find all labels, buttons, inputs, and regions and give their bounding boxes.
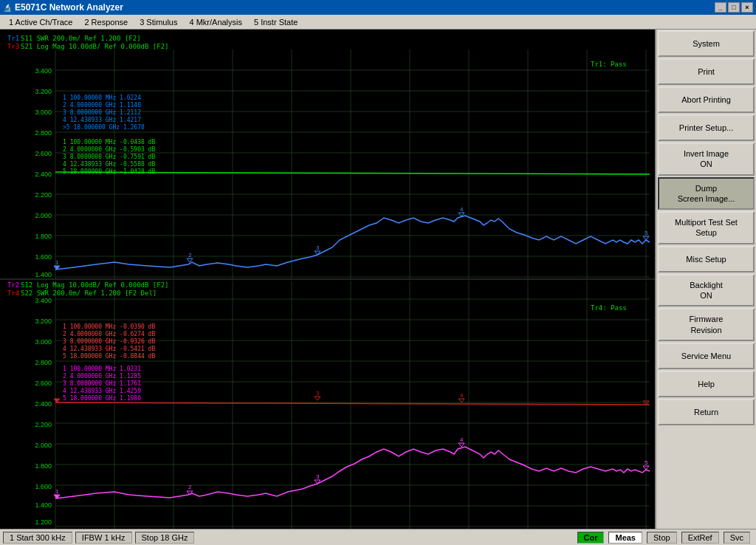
firmware-revision-button[interactable]: FirmwareRevision <box>658 308 755 341</box>
svg-text:Tr3: Tr3 <box>7 43 19 50</box>
menu-active-ch-trace[interactable]: 1 Active Ch/Trace <box>3 16 78 28</box>
svg-text:4: 4 <box>460 206 464 213</box>
status-bar: 1 Start 300 kHz IFBW 1 kHz Stop 18 GHz C… <box>0 529 756 545</box>
svg-text:S22  SWR 200.0m/ Ref 1.200 [F2: S22 SWR 200.0m/ Ref 1.200 [F2 Del] <box>21 289 157 297</box>
svg-text:2.200: 2.200 <box>35 421 52 428</box>
svg-text:1.800: 1.800 <box>35 233 52 240</box>
svg-text:4: 4 <box>460 436 464 443</box>
svg-text:5   18.000000 GHz    1.1980: 5 18.000000 GHz 1.1980 <box>63 395 141 402</box>
svg-text:2.200: 2.200 <box>35 191 52 199</box>
svg-text:2.600: 2.600 <box>35 380 52 387</box>
menu-mkr-analysis[interactable]: 4 Mkr/Analysis <box>183 16 248 28</box>
svg-text:3.000: 3.000 <box>35 109 52 116</box>
svg-text:2.600: 2.600 <box>35 150 52 157</box>
svg-text:3: 3 <box>316 390 320 397</box>
svg-text:4: 4 <box>460 392 464 399</box>
return-button[interactable]: Return <box>658 399 755 425</box>
svg-text:2: 2 <box>188 252 192 258</box>
svg-text:3.000: 3.000 <box>35 338 52 346</box>
window-controls: _ □ × <box>715 2 753 13</box>
svg-text:3.200: 3.200 <box>35 318 52 325</box>
help-button[interactable]: Help <box>658 371 755 397</box>
svg-text:Tr1: Pass: Tr1: Pass <box>591 61 627 68</box>
svg-text:1   100.00000 MHz   -0.0438 dB: 1 100.00000 MHz -0.0438 dB <box>63 139 155 145</box>
svg-text:1.400: 1.400 <box>35 501 52 509</box>
close-button[interactable]: × <box>741 2 753 13</box>
title-bar: 🔬 E5071C Network Analyzer _ □ × <box>0 0 756 15</box>
backlight-button[interactable]: BacklightON <box>658 274 755 307</box>
svg-text:2   4.0000000 GHz   -0.5903 dB: 2 4.0000000 GHz -0.5903 dB <box>63 146 155 153</box>
svg-text:2   4.0000000 GHz    1.1140: 2 4.0000000 GHz 1.1140 <box>63 102 141 109</box>
svg-text:4   12.438933 GHz    1.4259: 4 12.438933 GHz 1.4259 <box>63 388 141 394</box>
tab-extref[interactable]: ExtRef <box>681 532 719 544</box>
svg-text:S12  Log Mag 10.00dB/ Ref 0.00: S12 Log Mag 10.00dB/ Ref 0.000dB [F2] <box>21 281 168 289</box>
svg-text:2.000: 2.000 <box>35 442 52 449</box>
maximize-button[interactable]: □ <box>728 2 740 13</box>
svg-text:2.000: 2.000 <box>35 212 52 219</box>
svg-text:3   8.0000000 GHz    1.1761: 3 8.0000000 GHz 1.1761 <box>63 380 141 387</box>
svg-text:2.400: 2.400 <box>35 400 52 408</box>
svg-text:2.800: 2.800 <box>35 129 52 137</box>
svg-text:3: 3 <box>316 473 320 480</box>
svg-text:1: 1 <box>55 259 59 266</box>
main-area: 3.400 3.200 3.000 2.800 2.600 2.400 2.20… <box>0 30 756 529</box>
svg-text:S21  Log Mag 10.00dB/ Ref 0.00: S21 Log Mag 10.00dB/ Ref 0.000dB [F2] <box>21 43 168 50</box>
svg-text:1.400: 1.400 <box>35 271 52 278</box>
tab-svc[interactable]: Svc <box>724 532 750 544</box>
right-panel: System Print Abort Printing Printer Setu… <box>655 30 756 529</box>
print-button[interactable]: Print <box>658 58 755 85</box>
tab-stop[interactable]: Stop <box>647 532 677 544</box>
svg-text:3   8.0000000 GHz    1.2112: 3 8.0000000 GHz 1.2112 <box>63 109 141 116</box>
svg-text:2   4.0000000 GHz    1.1285: 2 4.0000000 GHz 1.1285 <box>63 373 141 380</box>
svg-text:1.600: 1.600 <box>35 253 52 261</box>
svg-text:Tr1: Tr1 <box>7 35 19 42</box>
svg-text:2.800: 2.800 <box>35 359 52 366</box>
svg-text:5   18.000000 GHz   -0.8844 dB: 5 18.000000 GHz -0.8844 dB <box>63 353 155 360</box>
invert-image-button[interactable]: Invert ImageON <box>658 143 755 176</box>
menu-bar: 1 Active Ch/Trace 2 Response 3 Stimulus … <box>0 15 756 30</box>
system-button[interactable]: System <box>658 30 755 57</box>
svg-text:>5   18.000000 GHz    1.2678: >5 18.000000 GHz 1.2678 <box>63 124 145 131</box>
svg-text:3   8.0000000 GHz   -0.9326 dB: 3 8.0000000 GHz -0.9326 dB <box>63 338 155 345</box>
chart-svg: 3.400 3.200 3.000 2.800 2.600 2.400 2.20… <box>0 30 655 529</box>
menu-instr-state[interactable]: 5 Instr State <box>248 16 303 28</box>
svg-text:4   12.438933 GHz   -0.5421 dB: 4 12.438933 GHz -0.5421 dB <box>63 346 155 352</box>
svg-text:3.200: 3.200 <box>35 88 52 95</box>
printer-setup-button[interactable]: Printer Setup... <box>658 114 755 141</box>
svg-text:1   100.00000 MHz   -0.0390 dB: 1 100.00000 MHz -0.0390 dB <box>63 323 155 330</box>
svg-text:3.400: 3.400 <box>35 297 52 304</box>
svg-text:1.200: 1.200 <box>35 518 52 526</box>
status-ifbw: IFBW 1 kHz <box>75 532 132 544</box>
tab-meas[interactable]: Meas <box>608 532 642 544</box>
svg-text:2   4.0000000 GHz   -0.6274 dB: 2 4.0000000 GHz -0.6274 dB <box>63 331 155 337</box>
svg-text:Tr4: Tr4 <box>7 289 19 297</box>
svg-text:1.800: 1.800 <box>35 462 52 470</box>
multiport-test-button[interactable]: Multiport Test SetSetup <box>658 211 755 244</box>
svg-text:3: 3 <box>316 244 320 251</box>
service-menu-button[interactable]: Service Menu <box>658 343 755 369</box>
menu-stimulus[interactable]: 3 Stimulus <box>134 16 183 28</box>
svg-text:5: 5 <box>645 230 648 236</box>
status-cor: Cor <box>577 532 605 544</box>
svg-text:1   100.00000 MHz    1.0224: 1 100.00000 MHz 1.0224 <box>63 95 141 101</box>
window-title: E5071C Network Analyzer <box>15 2 123 13</box>
svg-text:1.600: 1.600 <box>35 483 52 490</box>
svg-text:Tr2: Tr2 <box>7 281 19 289</box>
app-icon: 🔬 <box>3 4 12 12</box>
dump-screen-button[interactable]: DumpScreen Image... <box>658 177 755 210</box>
svg-text:2.400: 2.400 <box>35 171 52 178</box>
status-start: 1 Start 300 kHz <box>3 532 72 544</box>
svg-text:4   12.438933 GHz    1.4217: 4 12.438933 GHz 1.4217 <box>63 117 141 123</box>
svg-text:Tr4: Pass: Tr4: Pass <box>591 304 627 312</box>
svg-text:5: 5 <box>645 459 648 466</box>
misc-setup-button[interactable]: Misc Setup <box>658 246 755 272</box>
svg-text:S11  SWR 200.0m/ Ref 1.200 [F2: S11 SWR 200.0m/ Ref 1.200 [F2] <box>21 35 141 42</box>
svg-text:4   12.438933 GHz   -0.5588 dB: 4 12.438933 GHz -0.5588 dB <box>63 161 155 168</box>
svg-text:3.400: 3.400 <box>35 67 52 75</box>
abort-printing-button[interactable]: Abort Printing <box>658 86 755 113</box>
menu-response[interactable]: 2 Response <box>78 16 134 28</box>
minimize-button[interactable]: _ <box>715 2 726 13</box>
chart-area: 3.400 3.200 3.000 2.800 2.600 2.400 2.20… <box>0 30 655 529</box>
svg-text:2: 2 <box>188 484 192 490</box>
svg-text:1: 1 <box>55 488 59 495</box>
